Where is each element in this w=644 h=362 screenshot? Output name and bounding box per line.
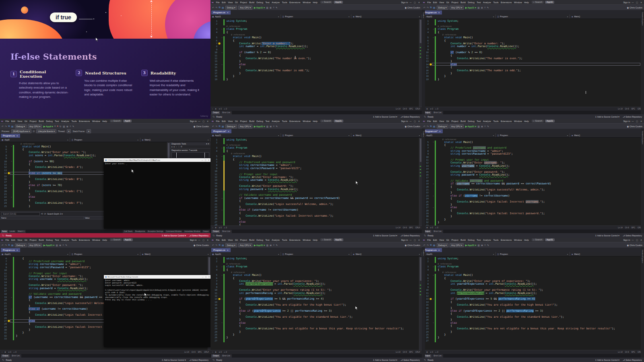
menu-help[interactable]: Help: [312, 1, 318, 4]
menu-window[interactable]: Window: [91, 239, 101, 241]
platform-dropdown[interactable]: Any CPU ▾: [238, 6, 252, 10]
fold-caret-icon[interactable]: ⌄: [10, 320, 13, 322]
console-title-bar[interactable]: ▣C:\Users\user\source\repos\App9\App9\bi…: [104, 158, 211, 162]
menu-view[interactable]: View: [227, 120, 233, 122]
toolbar-icon[interactable]: ⊞: [270, 244, 272, 246]
lightbulb-icon[interactable]: [218, 42, 221, 45]
menu-project[interactable]: Project: [451, 239, 459, 241]
sign-in-button[interactable]: Sign in: [190, 120, 196, 122]
sign-in-button[interactable]: Sign in: [190, 239, 196, 241]
console-close-button[interactable]: ✕: [208, 159, 209, 161]
menu-window[interactable]: Window: [513, 120, 522, 122]
toolbar-icon[interactable]: ▥: [266, 6, 268, 9]
close-button[interactable]: ✕: [640, 120, 643, 122]
timeline-handle[interactable]: [176, 153, 177, 158]
menu-extensions[interactable]: Extensions: [78, 239, 91, 241]
menu-analyze[interactable]: Analyze: [483, 239, 492, 241]
select-repository-button[interactable]: ⎇ Select Repository: [623, 234, 642, 237]
start-debug-button[interactable]: ▶ App11 ▾: [465, 6, 476, 9]
project-dropdown[interactable]: ▦App9▾: [0, 138, 70, 142]
toolbar-icon[interactable]: ✎: [487, 125, 489, 128]
code-editor[interactable]: 1using System;20 references3⌄class Progr…: [422, 19, 641, 107]
select-repository-button[interactable]: ⎇ Select Repository: [400, 234, 420, 237]
type-dropdown[interactable]: {}Program▾: [281, 133, 351, 137]
console-maximize-button[interactable]: ▢: [205, 276, 207, 278]
menu-project[interactable]: Project: [29, 120, 37, 122]
tab-output[interactable]: Output: [211, 354, 220, 358]
menu-build[interactable]: Build: [460, 120, 466, 122]
tab-error-list[interactable]: Error List: [221, 230, 231, 233]
lightbulb-icon[interactable]: [429, 63, 432, 66]
fold-caret-icon[interactable]: ⌄: [432, 322, 435, 323]
toolbar-icon[interactable]: ✎: [276, 6, 278, 9]
diag-tool-icon[interactable]: ⛶: [178, 146, 180, 148]
menu-window[interactable]: Window: [513, 1, 522, 4]
sign-in-button[interactable]: Sign in: [623, 1, 630, 4]
toolbar-icon[interactable]: ⊞: [270, 125, 272, 128]
search-box[interactable]: ⌕ Search: [532, 238, 544, 241]
menu-file[interactable]: File: [215, 120, 220, 122]
config-dropdown[interactable]: Debug ▾: [437, 243, 448, 247]
close-button[interactable]: ✕: [417, 239, 421, 241]
platform-dropdown[interactable]: Any CPU ▾: [450, 124, 464, 128]
menu-edit[interactable]: Edit: [11, 239, 16, 241]
menu-build[interactable]: Build: [460, 239, 466, 241]
menu-project[interactable]: Project: [239, 1, 248, 4]
menu-build[interactable]: Build: [249, 239, 255, 241]
tab-close-icon[interactable]: ✕: [228, 130, 229, 132]
tab-close-icon[interactable]: ✕: [438, 249, 440, 251]
close-button[interactable]: ✕: [417, 120, 421, 122]
search-box[interactable]: ⌕ Search: [320, 238, 332, 241]
select-repository-button[interactable]: ⎇ Select Repository: [400, 359, 420, 361]
menu-project[interactable]: Project: [451, 1, 459, 4]
account-button[interactable]: ◉ Chris Cookin: [405, 6, 420, 9]
menu-view[interactable]: View: [227, 239, 233, 241]
diagnostics-timeline[interactable]: [171, 152, 209, 158]
tab-autos[interactable]: Autos: [1, 230, 8, 233]
menu-file[interactable]: File: [427, 239, 431, 241]
save-icon[interactable]: ▤: [222, 125, 224, 128]
new-file-icon[interactable]: ⧉: [430, 125, 431, 128]
fold-caret-icon[interactable]: ⌄: [221, 28, 223, 30]
diag-tool-icon[interactable]: ⏹: [173, 146, 174, 148]
menu-window[interactable]: Window: [513, 239, 522, 241]
fold-caret-icon[interactable]: ⌄: [432, 64, 435, 65]
add-to-source-control-button[interactable]: ↥ Add to Source Control ▾: [161, 234, 186, 237]
search-box[interactable]: ⌕ Search: [320, 120, 332, 122]
diag-tool-icon[interactable]: ⏺: [171, 146, 172, 148]
timeline-handle[interactable]: [204, 153, 205, 158]
menu-view[interactable]: View: [17, 120, 23, 122]
maximize-button[interactable]: ▢: [202, 120, 205, 122]
scrollbar-thumb[interactable]: [420, 257, 421, 281]
member-dropdown[interactable]: ◈Main()▾: [570, 133, 644, 137]
fold-caret-icon[interactable]: ⌄: [432, 28, 435, 30]
menu-extensions[interactable]: Extensions: [500, 1, 512, 4]
fold-caret-icon[interactable]: ⌄: [432, 310, 435, 312]
menu-analyze[interactable]: Analyze: [61, 239, 70, 241]
toolbar-icon[interactable]: ✎: [487, 6, 489, 9]
redo-icon[interactable]: ↷: [427, 6, 429, 9]
save-icon[interactable]: ▤: [433, 244, 435, 246]
redo-icon[interactable]: ↷: [427, 244, 429, 246]
menu-view[interactable]: View: [227, 1, 233, 4]
menu-test[interactable]: Test: [476, 239, 481, 241]
toolbar-icon[interactable]: ⌗: [484, 6, 485, 9]
menu-window[interactable]: Window: [91, 120, 101, 122]
config-dropdown[interactable]: Debug ▾: [437, 124, 448, 128]
menu-debug[interactable]: Debug: [256, 120, 264, 122]
fold-caret-icon[interactable]: ⌄: [10, 145, 13, 147]
type-dropdown[interactable]: {}Program▾: [281, 14, 351, 19]
new-file-icon[interactable]: ⧉: [219, 244, 220, 246]
select-repository-button[interactable]: ⎇ Select Repository: [623, 359, 642, 361]
menu-tools[interactable]: Tools: [493, 239, 499, 241]
add-to-source-control-button[interactable]: ↥ Add to Source Control ▾: [595, 234, 619, 237]
menu-tools[interactable]: Tools: [71, 120, 77, 122]
document-tab[interactable]: Program.cs*✕: [211, 129, 231, 133]
code-editor[interactable]: 1using System;20 references3⌄class Progr…: [422, 257, 641, 350]
menu-git[interactable]: Git: [446, 1, 450, 4]
start-debug-button[interactable]: ▶ App9 ▾: [43, 125, 53, 128]
tab-exception-settings[interactable]: Exception Settings: [147, 230, 164, 233]
pause-icon[interactable]: ⏸: [54, 125, 56, 128]
tool-window-edge-right[interactable]: Solution Explorer: [641, 247, 644, 358]
maximize-button[interactable]: ▢: [636, 1, 639, 4]
